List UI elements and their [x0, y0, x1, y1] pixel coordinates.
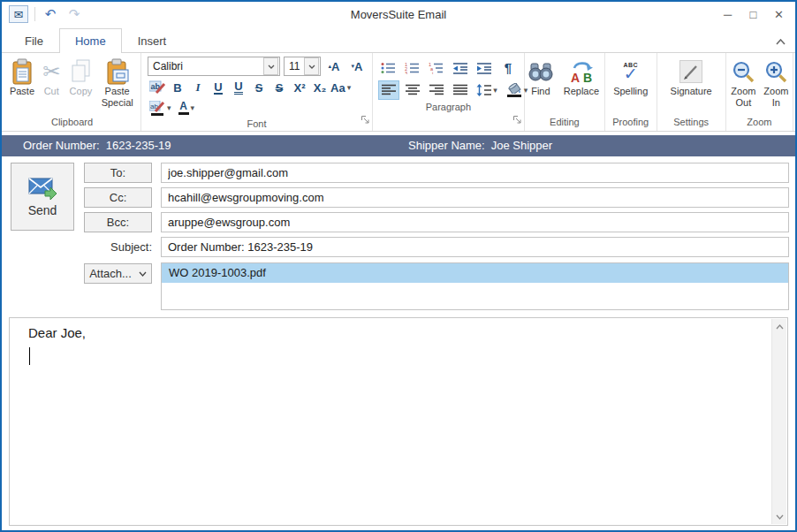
superscript-button[interactable]: X²	[290, 78, 309, 97]
attachment-list[interactable]: WO 2019-1003.pdf	[161, 262, 789, 310]
subject-input[interactable]	[161, 237, 789, 257]
shrink-font-button[interactable]: A	[347, 57, 367, 76]
tab-insert[interactable]: Insert	[122, 28, 183, 53]
toolbar-separator	[34, 7, 35, 21]
paragraph-dialog-launcher[interactable]	[512, 112, 522, 128]
paste-clipboard-icon	[11, 57, 34, 86]
app-window: ✉ ↶ ↷ MoversSuite Email ─ □ ✕ File Home …	[0, 0, 797, 532]
line-spacing-button[interactable]: ▾	[474, 80, 500, 100]
ribbon-tab-row: File Home Insert	[2, 28, 795, 53]
ribbon-group-paragraph: 123 1ai ¶	[373, 53, 525, 131]
bold-button[interactable]: B	[168, 78, 187, 97]
chevron-down-icon	[139, 271, 147, 277]
underline-button[interactable]: U	[209, 78, 228, 97]
subscript-button[interactable]: X₂	[310, 78, 330, 97]
to-button[interactable]: To:	[84, 163, 152, 183]
font-dialog-launcher[interactable]	[361, 112, 370, 128]
shading-bucket-icon	[506, 83, 522, 97]
zoom-in-magnifier-icon	[764, 57, 788, 86]
align-center-icon	[406, 84, 420, 95]
bullets-button[interactable]	[378, 58, 399, 78]
undo-icon: ↶	[45, 6, 57, 22]
to-input[interactable]	[161, 163, 789, 183]
replace-button[interactable]: AB Replace	[558, 53, 604, 116]
copy-button[interactable]: Copy	[65, 53, 95, 116]
font-name-dropdown-icon[interactable]	[263, 57, 278, 75]
paste-button[interactable]: Paste	[7, 53, 37, 116]
align-right-icon	[429, 84, 444, 95]
scroll-up-icon[interactable]	[772, 319, 787, 334]
dropdown-icon: ▾	[347, 83, 352, 92]
paste-special-button[interactable]: Paste Special	[97, 53, 137, 116]
clear-formatting-button[interactable]: ab	[148, 78, 167, 97]
double-strikethrough-button[interactable]: S	[269, 78, 289, 97]
tab-file[interactable]: File	[9, 28, 59, 53]
font-size-dropdown-icon[interactable]	[304, 57, 319, 75]
paragraph-group-label: Paragraph	[373, 101, 524, 116]
tab-home[interactable]: Home	[59, 28, 122, 54]
align-left-button[interactable]	[378, 80, 399, 100]
attach-button[interactable]: Attach...	[84, 263, 152, 284]
highlight-icon: ab	[149, 101, 165, 116]
compose-header: Send To: Cc: Bcc: Subject: Attach... WO …	[2, 156, 795, 314]
spelling-button[interactable]: ABC ✓ Spelling	[607, 53, 655, 116]
redo-button[interactable]: ↷	[65, 5, 83, 23]
italic-button[interactable]: I	[188, 78, 208, 97]
order-number-value: 1623-235-19	[106, 135, 171, 156]
text-highlight-color-button[interactable]: ab ▾	[148, 98, 173, 118]
attachment-item[interactable]: WO 2019-1003.pdf	[162, 263, 788, 283]
align-center-button[interactable]	[402, 80, 423, 100]
send-envelope-icon	[27, 176, 57, 201]
order-info-bar: Order Number: 1623-235-19 Shipper Name: …	[2, 135, 795, 156]
binoculars-icon	[528, 57, 554, 86]
zoom-out-button[interactable]: Zoom Out	[727, 53, 759, 116]
multilevel-list-icon: 1ai	[429, 62, 444, 74]
maximize-button[interactable]: □	[740, 2, 766, 27]
ribbon-group-clipboard: Paste ✂ Cut Copy Paste Special	[4, 53, 141, 131]
svg-text:3: 3	[405, 71, 407, 74]
scroll-down-icon[interactable]	[772, 509, 787, 524]
close-button[interactable]: ✕	[766, 2, 792, 27]
grow-font-button[interactable]: A	[324, 57, 344, 76]
increase-indent-button[interactable]	[474, 58, 495, 78]
cc-button[interactable]: Cc:	[84, 187, 152, 208]
minimize-button[interactable]: ─	[715, 2, 740, 27]
bullet-list-icon	[381, 62, 396, 74]
copy-pages-icon	[69, 57, 92, 86]
multilevel-list-button[interactable]: 1ai	[426, 58, 447, 78]
replace-ab-icon: AB	[567, 57, 596, 86]
font-size-combo[interactable]: 11	[284, 57, 321, 76]
decrease-indent-icon	[452, 62, 468, 74]
zoom-in-button[interactable]: Zoom In	[761, 53, 791, 116]
dropdown-icon: ▾	[191, 103, 195, 112]
font-name-combo[interactable]: Calibri	[148, 57, 280, 76]
undo-button[interactable]: ↶	[42, 5, 59, 23]
find-button[interactable]: Find	[525, 53, 557, 116]
strikethrough-button[interactable]: S	[249, 78, 269, 97]
zoom-out-magnifier-icon	[732, 57, 755, 86]
bcc-input[interactable]	[161, 212, 789, 232]
bcc-button[interactable]: Bcc:	[84, 212, 152, 232]
dropdown-icon: ▾	[493, 86, 497, 95]
show-marks-button[interactable]: ¶	[497, 58, 519, 78]
send-button[interactable]: Send	[11, 163, 74, 231]
change-case-button[interactable]: Aa▾	[330, 78, 351, 97]
ribbon-group-font: Calibri 11 A A ab B I U	[141, 53, 373, 131]
svg-text:A: A	[571, 71, 580, 84]
font-color-button[interactable]: A ▾	[177, 98, 197, 118]
clear-formatting-icon: ab	[149, 80, 166, 95]
editing-group-label: Editing	[525, 116, 604, 131]
collapse-ribbon-button[interactable]	[774, 36, 786, 47]
message-body-editor[interactable]: Dear Joe,	[9, 317, 788, 526]
signature-button[interactable]: Signature	[660, 53, 722, 116]
double-underline-button[interactable]: U	[229, 78, 248, 97]
align-right-button[interactable]	[426, 80, 447, 100]
cc-input[interactable]	[161, 187, 789, 208]
cut-button[interactable]: ✂ Cut	[39, 53, 65, 116]
zoom-group-label: Zoom	[726, 116, 793, 131]
justify-button[interactable]	[450, 80, 471, 100]
numbering-button[interactable]: 123	[402, 58, 423, 78]
decrease-indent-button[interactable]	[450, 58, 471, 78]
ribbon: Paste ✂ Cut Copy Paste Special	[2, 53, 795, 132]
body-scrollbar[interactable]	[771, 319, 786, 524]
